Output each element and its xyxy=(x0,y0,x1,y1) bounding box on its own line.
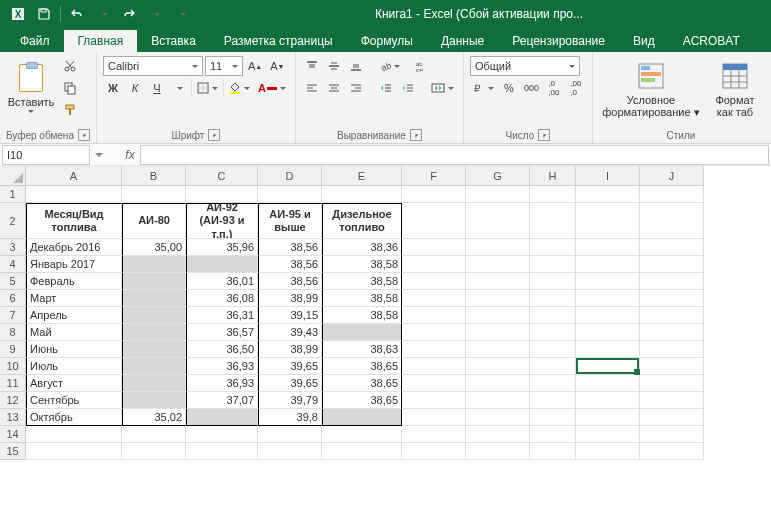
cell[interactable]: Январь 2017 xyxy=(26,256,122,273)
cell[interactable]: 38,65 xyxy=(322,358,402,375)
alignment-launcher[interactable] xyxy=(410,129,422,141)
cell[interactable] xyxy=(122,273,186,290)
cell[interactable] xyxy=(576,341,640,358)
cell[interactable] xyxy=(530,409,576,426)
comma-button[interactable]: 000 xyxy=(521,78,542,98)
column-header[interactable]: J xyxy=(640,166,704,186)
cell[interactable] xyxy=(640,256,704,273)
cell[interactable] xyxy=(402,341,466,358)
cell[interactable] xyxy=(186,443,258,460)
cell[interactable] xyxy=(466,256,530,273)
cell[interactable]: 38,58 xyxy=(322,256,402,273)
cell[interactable]: Сентябрь xyxy=(26,392,122,409)
fill-color-button[interactable] xyxy=(226,78,253,98)
decrease-font-button[interactable]: A▼ xyxy=(267,56,287,76)
cut-button[interactable] xyxy=(60,56,80,76)
cell[interactable] xyxy=(466,392,530,409)
column-header[interactable]: D xyxy=(258,166,322,186)
cell[interactable] xyxy=(576,273,640,290)
cell[interactable] xyxy=(122,307,186,324)
font-color-button[interactable]: A xyxy=(255,78,289,98)
cell[interactable] xyxy=(640,324,704,341)
wrap-text-button[interactable]: abc↵ xyxy=(413,56,433,76)
bold-button[interactable]: Ж xyxy=(103,78,123,98)
cell[interactable] xyxy=(466,426,530,443)
cell[interactable] xyxy=(530,256,576,273)
cell[interactable]: 39,8 xyxy=(258,409,322,426)
row-header[interactable]: 14 xyxy=(0,426,26,443)
cell[interactable] xyxy=(402,273,466,290)
tab-acrobat[interactable]: ACROBAT xyxy=(669,30,754,52)
cell[interactable]: Октябрь xyxy=(26,409,122,426)
cell[interactable] xyxy=(402,186,466,203)
cell[interactable] xyxy=(402,239,466,256)
cell[interactable]: 39,79 xyxy=(258,392,322,409)
cell[interactable]: АИ-92 (АИ-93 и т.п.) xyxy=(186,203,258,239)
borders-button[interactable] xyxy=(194,78,221,98)
worksheet[interactable]: ABCDEFGHIJ 123456789101112131415 Месяц/В… xyxy=(0,166,771,529)
cell[interactable]: 38,58 xyxy=(322,273,402,290)
cell[interactable]: 38,56 xyxy=(258,273,322,290)
cell[interactable] xyxy=(26,426,122,443)
cell[interactable]: Декабрь 2016 xyxy=(26,239,122,256)
cell[interactable] xyxy=(466,324,530,341)
underline-button[interactable]: Ч xyxy=(147,78,167,98)
cell[interactable] xyxy=(322,443,402,460)
column-header[interactable]: F xyxy=(402,166,466,186)
row-header[interactable]: 11 xyxy=(0,375,26,392)
cell[interactable] xyxy=(402,358,466,375)
cell[interactable]: Август xyxy=(26,375,122,392)
cell[interactable] xyxy=(576,324,640,341)
cell[interactable]: 38,65 xyxy=(322,375,402,392)
orientation-button[interactable]: ab xyxy=(376,56,403,76)
cell[interactable] xyxy=(466,273,530,290)
tab-home[interactable]: Главная xyxy=(64,30,138,52)
cell[interactable] xyxy=(402,203,466,239)
cell[interactable]: АИ-95 и выше xyxy=(258,203,322,239)
cell[interactable] xyxy=(640,375,704,392)
column-header[interactable]: G xyxy=(466,166,530,186)
cell[interactable]: 38,99 xyxy=(258,341,322,358)
excel-icon[interactable]: X xyxy=(6,3,30,25)
cell[interactable] xyxy=(402,392,466,409)
cell[interactable]: 39,15 xyxy=(258,307,322,324)
redo-icon[interactable] xyxy=(117,3,141,25)
cell[interactable] xyxy=(26,186,122,203)
cell[interactable] xyxy=(402,443,466,460)
cell[interactable]: Месяц/Вид топлива xyxy=(26,203,122,239)
column-header[interactable]: A xyxy=(26,166,122,186)
cell[interactable]: 38,58 xyxy=(322,290,402,307)
fx-icon[interactable]: fx xyxy=(120,148,140,162)
cell[interactable] xyxy=(640,186,704,203)
cell[interactable] xyxy=(186,186,258,203)
cell[interactable] xyxy=(466,186,530,203)
cell[interactable]: 38,56 xyxy=(258,239,322,256)
cell[interactable] xyxy=(402,426,466,443)
row-header[interactable]: 5 xyxy=(0,273,26,290)
underline-dropdown[interactable] xyxy=(169,78,189,98)
align-right-button[interactable] xyxy=(346,78,366,98)
font-size-select[interactable]: 11 xyxy=(205,56,243,76)
row-header[interactable]: 6 xyxy=(0,290,26,307)
cell[interactable] xyxy=(402,290,466,307)
cell[interactable] xyxy=(186,256,258,273)
cell[interactable] xyxy=(640,341,704,358)
cell[interactable] xyxy=(640,392,704,409)
cell[interactable] xyxy=(530,426,576,443)
cell[interactable] xyxy=(26,443,122,460)
cell[interactable] xyxy=(640,409,704,426)
select-all-corner[interactable] xyxy=(0,166,26,186)
align-top-button[interactable] xyxy=(302,56,322,76)
qat-customize[interactable] xyxy=(169,3,193,25)
row-header[interactable]: 7 xyxy=(0,307,26,324)
cell[interactable] xyxy=(640,426,704,443)
undo-dropdown[interactable] xyxy=(91,3,115,25)
cell[interactable] xyxy=(576,239,640,256)
increase-font-button[interactable]: A▲ xyxy=(245,56,265,76)
cell[interactable] xyxy=(530,375,576,392)
cell[interactable]: 35,96 xyxy=(186,239,258,256)
font-name-select[interactable]: Calibri xyxy=(103,56,203,76)
column-header[interactable]: C xyxy=(186,166,258,186)
cell[interactable]: Февраль xyxy=(26,273,122,290)
name-box-dropdown[interactable] xyxy=(92,145,106,165)
